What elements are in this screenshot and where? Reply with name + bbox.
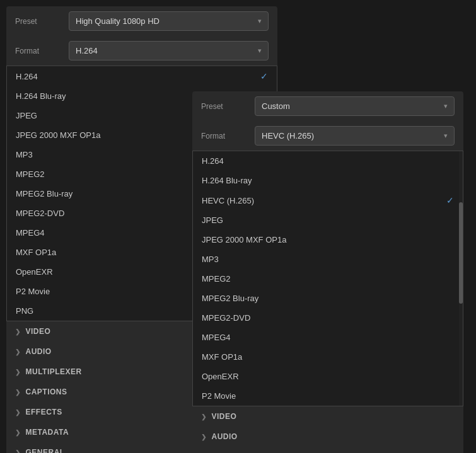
nav-chevron-captions-back: ❯ — [15, 389, 21, 396]
format-item-h264br-front[interactable]: H.264 Blu-ray — [193, 171, 463, 190]
preset-label-front: Preset — [201, 102, 248, 111]
nav-chevron-video-front: ❯ — [201, 413, 207, 420]
format-item-p2movie-front[interactable]: P2 Movie — [193, 386, 463, 406]
preset-label-back: Preset — [15, 17, 62, 26]
format-label-front: Format — [201, 132, 248, 140]
format-value-front: HEVC (H.265) — [262, 131, 314, 140]
nav-chevron-general-back: ❯ — [15, 449, 21, 454]
check-icon-hevc-front: ✓ — [446, 195, 454, 205]
format-chevron-back: ▾ — [258, 47, 262, 55]
nav-chevron-effects-back: ❯ — [15, 409, 21, 416]
preset-dropdown-front[interactable]: Custom ▾ — [255, 96, 455, 116]
format-dropdown-front[interactable]: HEVC (H.265) ▾ — [255, 126, 455, 146]
check-icon-h264-back: ✓ — [260, 71, 268, 81]
format-value-back: H.264 — [76, 46, 98, 55]
preset-row-back: Preset High Quality 1080p HD ▾ — [6, 6, 277, 36]
format-item-h264-back[interactable]: H.264 ✓ — [7, 66, 277, 86]
preset-value-front: Custom — [262, 101, 290, 111]
format-dropdown-back[interactable]: H.264 ▾ — [69, 41, 269, 60]
format-list-front: H.264 H.264 Blu-ray HEVC (H.265) ✓ JPEG … — [192, 151, 463, 406]
nav-chevron-audio-front: ❯ — [201, 433, 207, 440]
format-item-jpeg2000-front[interactable]: JPEG 2000 MXF OP1a — [193, 230, 463, 249]
nav-chevron-audio-back: ❯ — [15, 348, 21, 355]
format-chevron-front: ▾ — [444, 132, 448, 140]
format-item-jpeg-front[interactable]: JPEG — [193, 210, 463, 230]
nav-multiplexer-front[interactable]: ❯ MULTIPLEXER — [192, 447, 463, 453]
format-item-hevc-front[interactable]: HEVC (H.265) ✓ — [193, 190, 463, 210]
format-item-mpeg2-front[interactable]: MPEG2 — [193, 269, 463, 289]
preset-chevron-front: ▾ — [444, 102, 448, 110]
format-item-openexr-front[interactable]: OpenEXR — [193, 367, 463, 386]
format-item-h264-front[interactable]: H.264 — [193, 151, 463, 171]
preset-row-front: Preset Custom ▾ — [192, 91, 463, 121]
format-row-front: Format HEVC (H.265) ▾ — [192, 121, 463, 151]
format-item-mpeg2dvd-front[interactable]: MPEG2-DVD — [193, 308, 463, 328]
preset-chevron-back: ▾ — [258, 17, 262, 25]
scrollbar-track-front — [459, 151, 463, 406]
nav-chevron-metadata-back: ❯ — [15, 429, 21, 436]
format-label-back: Format — [15, 47, 62, 55]
panel-front: Preset Custom ▾ Format HEVC (H.265) ▾ H.… — [192, 91, 463, 453]
scrollbar-thumb-front[interactable] — [459, 202, 463, 304]
preset-value-back: High Quality 1080p HD — [76, 16, 160, 26]
format-item-mp3-front[interactable]: MP3 — [193, 249, 463, 269]
format-row-back: Format H.264 ▾ — [6, 36, 277, 66]
format-item-mxf-front[interactable]: MXF OP1a — [193, 347, 463, 367]
nav-video-front[interactable]: ❯ VIDEO — [192, 406, 463, 427]
nav-section-front: ❯ VIDEO ❯ AUDIO ❯ MULTIPLEXER ❯ CAPTIONS… — [192, 406, 463, 453]
format-item-mpeg4-front[interactable]: MPEG4 — [193, 328, 463, 347]
preset-dropdown-back[interactable]: High Quality 1080p HD ▾ — [69, 11, 269, 31]
nav-chevron-video-back: ❯ — [15, 328, 21, 335]
format-item-mpeg2br-front[interactable]: MPEG2 Blu-ray — [193, 289, 463, 308]
nav-chevron-multiplexer-back: ❯ — [15, 369, 21, 376]
nav-audio-front[interactable]: ❯ AUDIO — [192, 427, 463, 447]
